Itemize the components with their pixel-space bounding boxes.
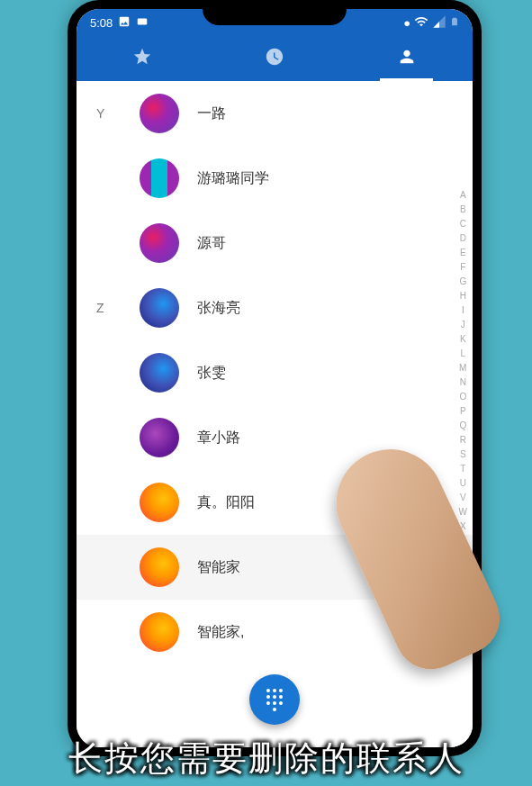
alpha-letter[interactable]: E	[459, 247, 467, 259]
status-right: ●	[403, 14, 459, 32]
alpha-letter[interactable]: K	[459, 333, 467, 346]
person-icon	[397, 47, 417, 70]
contact-item[interactable]: 张雯	[77, 340, 473, 405]
contact-name: 智能家	[197, 558, 240, 577]
avatar	[140, 94, 179, 133]
alpha-letter[interactable]: N	[459, 376, 467, 389]
alpha-letter[interactable]: M	[459, 362, 467, 375]
svg-rect-0	[138, 18, 148, 24]
tab-contacts[interactable]	[340, 36, 473, 81]
alpha-letter[interactable]: C	[459, 218, 467, 230]
wifi-icon	[414, 14, 428, 32]
alpha-letter[interactable]: I	[459, 304, 467, 317]
alpha-letter[interactable]: V	[459, 492, 467, 504]
alpha-letter[interactable]: R	[459, 434, 467, 447]
alpha-letter[interactable]: T	[459, 463, 467, 475]
battery-icon	[450, 14, 459, 32]
contact-name: 一路	[197, 104, 226, 123]
alpha-letter[interactable]: S	[459, 448, 467, 461]
contact-name: 游璐璐同学	[197, 169, 269, 188]
avatar	[140, 547, 179, 587]
image-icon	[118, 15, 131, 31]
alpha-letter[interactable]: F	[459, 261, 467, 274]
notch	[203, 0, 347, 25]
contact-item[interactable]: 一路	[77, 81, 473, 146]
subtitle-caption: 长按您需要删除的联系人	[0, 736, 532, 781]
avatar	[140, 158, 179, 198]
star-icon	[132, 47, 152, 70]
status-left: 5:08	[90, 15, 149, 31]
avatar	[140, 418, 179, 457]
tab-recents[interactable]	[209, 36, 341, 81]
tabs-bar	[77, 36, 473, 81]
contact-name: 章小路	[197, 429, 240, 447]
avatar	[140, 483, 179, 522]
alpha-index[interactable]: A B C D E F G H I J K L M N O P Q R S T	[459, 189, 467, 562]
alpha-letter[interactable]: J	[459, 319, 467, 331]
contact-name: 真。阳阳	[197, 493, 255, 512]
alpha-letter[interactable]: D	[459, 232, 467, 245]
alpha-letter[interactable]: U	[459, 477, 467, 490]
contact-item[interactable]: 源哥	[77, 211, 473, 276]
contact-name: 张海亮	[197, 299, 240, 318]
contact-name: 智能家,	[197, 623, 244, 642]
alpha-letter[interactable]: P	[459, 405, 467, 418]
dialpad-button[interactable]	[249, 674, 300, 725]
section-y: Y 一路 游璐璐同学 源哥	[77, 81, 473, 276]
alpha-letter[interactable]: G	[459, 276, 467, 288]
alpha-letter[interactable]: W	[459, 506, 467, 519]
contact-name: 源哥	[197, 234, 226, 253]
status-time: 5:08	[90, 16, 113, 30]
clock-icon	[265, 47, 284, 70]
contact-item[interactable]: 游璐璐同学	[77, 146, 473, 211]
avatar	[140, 612, 179, 652]
card-icon	[136, 15, 149, 31]
alpha-letter[interactable]: Q	[459, 420, 467, 432]
alpha-letter[interactable]: L	[459, 348, 467, 360]
alpha-letter[interactable]: A	[459, 189, 467, 202]
avatar	[140, 288, 179, 328]
alpha-letter[interactable]: H	[459, 290, 467, 303]
contact-item[interactable]: 张海亮	[77, 276, 473, 340]
circle-icon: ●	[403, 16, 410, 30]
dialpad-icon	[266, 689, 283, 711]
contact-name: 张雯	[197, 364, 226, 383]
alpha-letter[interactable]: B	[459, 203, 467, 216]
tab-favorites[interactable]	[77, 36, 209, 81]
alpha-letter[interactable]: O	[459, 391, 467, 403]
avatar	[140, 223, 179, 263]
signal-icon	[432, 14, 446, 32]
avatar	[140, 353, 179, 393]
